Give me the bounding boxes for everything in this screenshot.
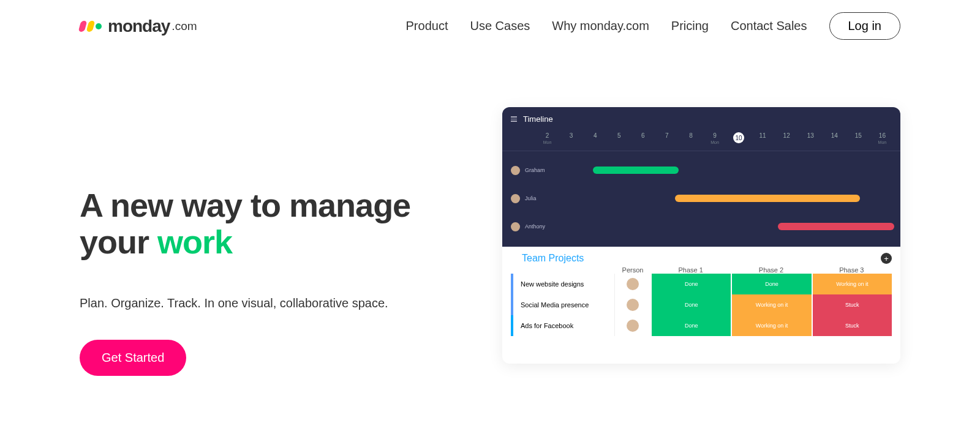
timeline-day: 12 [775,132,799,144]
logo-marks-icon [80,21,102,32]
nav-product[interactable]: Product [406,19,448,33]
hero-title-line1: A new way to manage [80,187,410,223]
person-cell[interactable] [615,294,650,315]
product-preview-card: Timeline 2Mon3456789Mon10111213141516Mon… [502,107,900,364]
timeline-day: 5 [607,132,631,144]
avatar [627,320,639,332]
timeline-track [552,223,894,230]
avatar [511,166,520,175]
timeline-day: 8 [679,132,703,144]
hero-title-highlight: work [157,223,232,260]
status-cell[interactable]: Stuck [813,294,892,315]
nav-contact-sales[interactable]: Contact Sales [731,19,807,33]
status-cell[interactable]: Done [732,274,811,294]
status-cell[interactable]: Stuck [813,315,892,336]
timeline-row-name: Anthony [525,223,549,230]
col-person: Person [615,266,650,274]
task-cell: New website designs [511,274,615,294]
timeline-title: Timeline [523,114,553,124]
timeline-row-name: Graham [525,167,549,173]
hero-section: A new way to manage your work Plan. Orga… [0,119,980,376]
hero-copy: A new way to manage your work Plan. Orga… [80,119,459,376]
avatar [511,194,520,203]
logo-suffix: .com [172,20,197,33]
timeline-row-name: Julia [525,195,549,201]
nav-pricing[interactable]: Pricing [671,19,709,33]
timeline-bar[interactable] [675,195,860,202]
status-cell[interactable]: Working on it [732,315,811,336]
status-cell[interactable]: Done [652,294,731,315]
timeline-day: 16Mon [870,132,894,144]
timeline-day: 11 [751,132,775,144]
timeline-day: 14 [823,132,846,144]
timeline-bar[interactable] [593,167,679,174]
col-phase-1: Phase 1 [650,266,731,274]
status-cell[interactable]: Working on it [732,294,811,315]
timeline-day: 3 [559,132,583,144]
nav-why-monday[interactable]: Why monday.com [552,19,649,33]
projects-title: Team Projects [511,253,892,264]
timeline-day: 2Mon [535,132,559,144]
primary-nav: Product Use Cases Why monday.com Pricing… [406,12,900,40]
brand-logo[interactable]: monday .com [80,17,197,36]
timeline-day-scale: 2Mon3456789Mon10111213141516Mon [502,129,900,151]
table-row[interactable]: Social Media presenceDoneWorking on itSt… [511,294,892,315]
avatar [627,299,639,311]
timeline-rows: GrahamJuliaAnthony [502,151,900,241]
add-column-button[interactable]: + [881,253,892,264]
timeline-bar[interactable] [778,223,894,230]
col-phase-3: Phase 3 [812,266,892,274]
timeline-day: 7 [655,132,679,144]
task-name: Ads for Facebook [521,322,573,329]
status-cell[interactable]: Done [652,274,731,294]
task-name: New website designs [521,280,584,288]
avatar [627,278,639,290]
login-button[interactable]: Log in [829,12,901,40]
row-color-strip [511,274,513,294]
person-cell[interactable] [615,315,650,336]
timeline-row: Julia [511,184,894,212]
col-phase-2: Phase 2 [731,266,811,274]
nav-use-cases[interactable]: Use Cases [470,19,530,33]
task-cell: Ads for Facebook [511,315,615,336]
status-cell[interactable]: Done [652,315,731,336]
table-row[interactable]: Ads for FacebookDoneWorking on itStuck [511,315,892,336]
timeline-day: 15 [846,132,870,144]
hamburger-icon[interactable] [511,116,517,122]
logo-text: monday [108,17,170,36]
timeline-day: 9Mon [703,132,726,144]
timeline-row: Anthony [511,212,894,241]
get-started-button[interactable]: Get Started [80,340,186,376]
projects-header-row: Person Phase 1 Phase 2 Phase 3 [511,266,892,274]
hero-title-prefix: your [80,223,157,260]
timeline-day: 6 [631,132,655,144]
avatar [511,222,520,231]
row-color-strip [511,294,513,315]
status-cell[interactable]: Working on it [813,274,892,294]
timeline-day: 10 [727,132,751,144]
person-cell[interactable] [615,274,650,294]
top-navbar: monday .com Product Use Cases Why monday… [0,0,980,40]
table-row[interactable]: New website designsDoneDoneWorking on it [511,274,892,294]
timeline-row: Graham [511,156,894,184]
timeline-track [552,195,894,202]
timeline-track [552,167,894,174]
task-cell: Social Media presence [511,294,615,315]
timeline-panel: Timeline 2Mon3456789Mon10111213141516Mon… [502,107,900,247]
hero-title: A new way to manage your work [80,187,459,261]
hero-subtitle: Plan. Organize. Track. In one visual, co… [80,296,459,310]
timeline-day: 13 [799,132,823,144]
timeline-day: 4 [583,132,607,144]
task-name: Social Media presence [521,301,589,309]
projects-table: + Team Projects Person Phase 1 Phase 2 P… [502,247,900,347]
row-color-strip [511,315,513,336]
